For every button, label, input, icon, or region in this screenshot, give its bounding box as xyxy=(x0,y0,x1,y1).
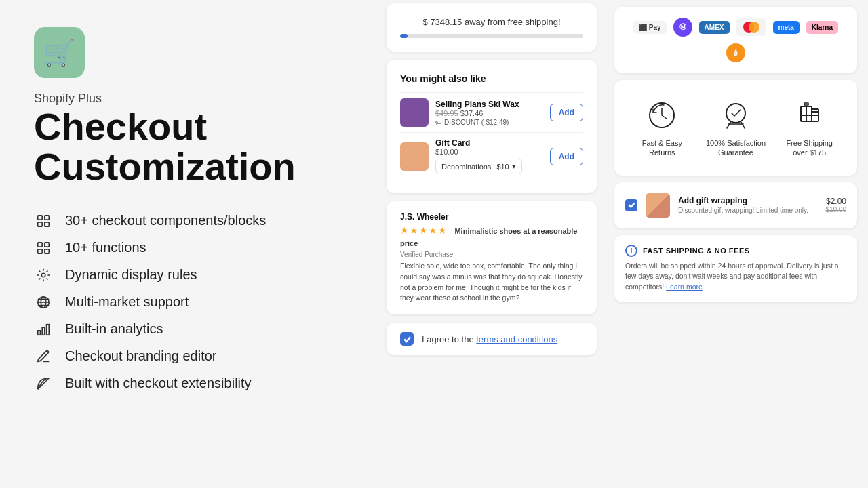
shipping-bar-card: $ 7348.15 away from free shipping! xyxy=(387,3,597,52)
review-stars-row: ★★★★★ Minimalistic shoes at a reasonable… xyxy=(400,224,583,249)
svg-rect-4 xyxy=(38,242,42,246)
satisfaction-icon xyxy=(718,98,753,133)
gift-checkbox[interactable] xyxy=(625,199,637,211)
gift-row: Add gift wrapping Discounted gift wrappi… xyxy=(625,193,846,218)
rec-add-gift-card-button[interactable]: Add xyxy=(550,148,583,165)
feature-item-extensibility: Built with checkout extensibility xyxy=(34,374,346,393)
gift-wrapping-card: Add gift wrapping Discounted gift wrappi… xyxy=(614,182,857,228)
svg-rect-2 xyxy=(38,222,42,226)
shipping-bar-fill xyxy=(400,34,408,38)
rec-price-ski-wax: $49.95 $37.46 xyxy=(435,109,543,117)
svg-point-20 xyxy=(726,104,745,123)
review-body: Flexible sole, wide toe box, comfortable… xyxy=(400,261,583,304)
feature-item-multi-market: Multi-market support xyxy=(34,293,346,312)
rec-name-gift-card: Gift Card xyxy=(435,138,543,148)
feature-text-analytics: Built-in analytics xyxy=(65,321,163,337)
logo-image: 🛒 xyxy=(34,27,85,78)
feature-text-multi-market: Multi-market support xyxy=(65,294,189,310)
fast-ship-link[interactable]: Learn more xyxy=(666,283,703,291)
trust-badge-satisfaction: 100% Satisfaction Guarantee xyxy=(705,98,766,158)
fast-ship-title: FAST SHIPPING & NO FEES xyxy=(643,247,750,255)
svg-rect-0 xyxy=(38,215,42,219)
payment-amex: AMEX xyxy=(699,21,730,34)
terms-card: I agree to the terms and conditions xyxy=(387,323,597,355)
gift-price-current: $2.00 xyxy=(825,197,846,206)
free-shipping-icon xyxy=(792,98,827,133)
svg-rect-5 xyxy=(45,242,49,246)
features-list: 30+ checkout components/blocks 10+ funct… xyxy=(34,211,346,393)
svg-rect-6 xyxy=(38,249,42,253)
left-panel: 🛒 Shopify Plus Checkout Customization 30… xyxy=(0,0,380,488)
svg-rect-3 xyxy=(45,222,49,226)
svg-rect-14 xyxy=(38,330,41,334)
feature-item-analytics: Built-in analytics xyxy=(34,320,346,339)
payment-klarna: Klarna xyxy=(806,21,838,34)
rec-item-ski-wax: Selling Plans Ski Wax $49.95 $37.46 🏷 DI… xyxy=(400,92,583,132)
feature-icon-functions xyxy=(34,239,53,258)
main-title: Checkout Customization xyxy=(34,107,346,187)
feature-text-extensibility: Built with checkout extensibility xyxy=(65,375,252,391)
trust-badge-shipping: Free Shipping over $175 xyxy=(779,98,840,158)
svg-rect-15 xyxy=(42,327,45,335)
payment-mastercard xyxy=(736,18,766,36)
rec-info-gift-card: Gift Card $10.00 Denominations $10 ▾ xyxy=(435,138,543,174)
terms-checkbox[interactable] xyxy=(400,332,414,346)
feature-icon-branding xyxy=(34,347,53,366)
recommendations-card: You might also like Selling Plans Ski Wa… xyxy=(387,60,597,193)
svg-rect-7 xyxy=(45,249,49,253)
svg-rect-1 xyxy=(45,215,49,219)
fast-ship-header: i FAST SHIPPING & NO FEES xyxy=(625,245,846,257)
trust-badges-row: Fast & Easy Returns 100% Satisfaction Gu… xyxy=(625,91,846,165)
reviewer-name: J.S. Wheeler xyxy=(400,212,583,222)
rec-title: You might also like xyxy=(400,73,583,84)
feature-item-functions: 10+ functions xyxy=(34,239,346,258)
rec-add-ski-wax-button[interactable]: Add xyxy=(550,104,583,121)
terms-link[interactable]: terms and conditions xyxy=(476,334,557,344)
payment-meta-pay: Ⓜ xyxy=(673,18,692,37)
feature-item-display-rules: Dynamic display rules xyxy=(34,266,346,285)
denomination-select[interactable]: Denominations $10 ▾ xyxy=(435,159,522,174)
rec-thumb-gift-card xyxy=(400,142,429,171)
terms-text: I agree to the terms and conditions xyxy=(422,334,557,344)
payment-apple-pay: ⬛ Pay xyxy=(633,21,667,34)
shopify-plus-label: Shopify Plus xyxy=(34,92,346,106)
info-icon: i xyxy=(625,245,637,257)
rec-price-gift-card: $10.00 xyxy=(435,148,543,156)
svg-rect-16 xyxy=(47,324,50,335)
feature-icon-multi-market xyxy=(34,293,53,312)
review-stars: ★★★★★ xyxy=(400,225,448,236)
feature-icon-components xyxy=(34,211,53,230)
payment-meta2: meta xyxy=(773,21,800,34)
rec-info-ski-wax: Selling Plans Ski Wax $49.95 $37.46 🏷 DI… xyxy=(435,100,543,126)
feature-item-branding: Checkout branding editor xyxy=(34,347,346,366)
gift-thumb xyxy=(646,193,670,218)
shipping-bar xyxy=(400,34,583,38)
fast-returns-icon xyxy=(644,98,679,133)
gift-desc: Discounted gift wrapping! Limited time o… xyxy=(678,207,817,214)
trust-label-satisfaction: 100% Satisfaction Guarantee xyxy=(705,138,766,158)
fast-ship-body: Orders will be shipped within 24 hours o… xyxy=(625,261,846,293)
payment-methods-card: ⬛ Pay Ⓜ AMEX meta Klarna ₿ xyxy=(614,7,857,73)
feature-text-branding: Checkout branding editor xyxy=(65,348,216,364)
payment-methods-row: ⬛ Pay Ⓜ AMEX meta Klarna ₿ xyxy=(625,18,846,62)
payment-bitcoin: ₿ xyxy=(726,43,745,62)
gift-price: $2.00 $10.00 xyxy=(825,197,846,214)
verified-label: Verified Purchase xyxy=(400,251,583,258)
feature-text-functions: 10+ functions xyxy=(65,240,146,256)
svg-point-8 xyxy=(41,273,45,277)
feature-text-components: 30+ checkout components/blocks xyxy=(65,213,266,228)
trust-badge-returns: Fast & Easy Returns xyxy=(631,98,692,158)
gift-price-original: $10.00 xyxy=(825,206,846,214)
rec-item-gift-card: Gift Card $10.00 Denominations $10 ▾ Add xyxy=(400,132,583,180)
feature-icon-analytics xyxy=(34,320,53,339)
rec-name-ski-wax: Selling Plans Ski Wax xyxy=(435,100,543,109)
gift-info: Add gift wrapping Discounted gift wrappi… xyxy=(678,196,817,214)
denomination-row: Denominations $10 ▾ xyxy=(435,159,543,174)
logo-wrapper: 🛒 xyxy=(34,27,346,78)
feature-icon-extensibility xyxy=(34,374,53,393)
fast-shipping-card: i FAST SHIPPING & NO FEES Orders will be… xyxy=(614,235,857,302)
rec-discount-ski-wax: 🏷 DISCOUNT (-$12.49) xyxy=(435,119,543,126)
svg-point-18 xyxy=(749,22,760,33)
center-panel: $ 7348.15 away from free shipping! You m… xyxy=(380,0,604,488)
shipping-text: $ 7348.15 away from free shipping! xyxy=(400,17,583,27)
